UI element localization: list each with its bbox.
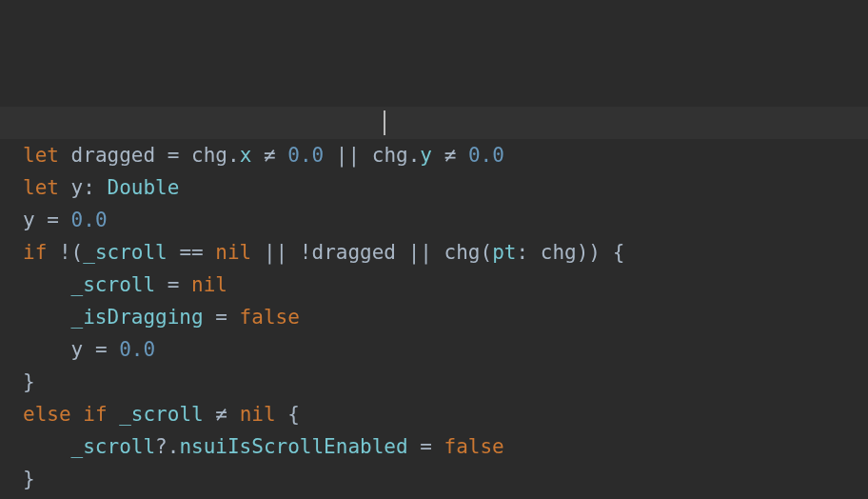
- token: 0.0: [71, 209, 108, 231]
- token: dragged: [311, 241, 396, 264]
- token: _scroll: [119, 403, 204, 426]
- token: if: [23, 241, 47, 264]
- token: false: [240, 306, 300, 329]
- code-line: _isDragging = false: [23, 301, 868, 333]
- token: ||: [396, 241, 444, 264]
- token: }: [23, 370, 35, 393]
- text-cursor: [384, 110, 385, 135]
- token: (: [481, 241, 493, 264]
- token: let: [23, 144, 59, 167]
- code-line: y = 0.0: [23, 204, 868, 236]
- token: [59, 144, 71, 167]
- token: chg: [191, 144, 227, 167]
- token: =: [35, 209, 71, 231]
- token: false: [444, 435, 504, 458]
- token: ≠: [432, 144, 468, 167]
- token: ==: [168, 241, 216, 264]
- code-line: let dragged = chg.x ≠ 0.0 || chg.y ≠ 0.0: [23, 139, 868, 171]
- token: 0.0: [287, 144, 324, 167]
- current-line-highlight: [0, 107, 868, 139]
- code-line: _scroll?.nsuiIsScrollEnabled = false: [23, 430, 868, 463]
- token: if: [83, 403, 107, 426]
- token: || !: [251, 241, 311, 264]
- token: )) {: [577, 241, 625, 264]
- token: [23, 273, 71, 296]
- token: nil: [240, 403, 276, 426]
- token: _scroll: [83, 241, 168, 264]
- token: =: [155, 144, 191, 167]
- token: y: [71, 338, 84, 361]
- token: [108, 403, 120, 426]
- token: ≠: [251, 144, 287, 167]
- token: =: [83, 338, 119, 361]
- token: [23, 435, 71, 458]
- token: [71, 403, 84, 426]
- token: chg: [541, 241, 577, 264]
- code-editor[interactable]: let dragged = chg.x ≠ 0.0 || chg.y ≠ 0.0…: [0, 0, 868, 499]
- token: [59, 176, 71, 199]
- token: y: [23, 209, 35, 231]
- code-line: _scroll = nil: [23, 269, 868, 301]
- token: 0.0: [119, 338, 155, 361]
- token: chg: [372, 144, 408, 167]
- token: =: [204, 306, 240, 329]
- code-line: let y: Double: [23, 171, 868, 204]
- token: nil: [215, 241, 251, 264]
- token: ||: [324, 144, 372, 167]
- token: nsuiIsScrollEnabled: [179, 435, 407, 458]
- token: =: [408, 435, 444, 458]
- token: dragged: [71, 144, 156, 167]
- token: _isDragging: [71, 306, 204, 329]
- token: ?.: [155, 435, 179, 458]
- token: _scroll: [71, 435, 156, 458]
- token: 0.0: [468, 144, 504, 167]
- code-line: }: [23, 366, 868, 398]
- token: x: [240, 144, 252, 167]
- token: .: [408, 144, 421, 167]
- token: :: [516, 241, 540, 264]
- code-block: let dragged = chg.x ≠ 0.0 || chg.y ≠ 0.0…: [23, 139, 868, 495]
- token: else: [23, 403, 71, 426]
- token: y: [420, 144, 432, 167]
- token: pt: [492, 241, 516, 264]
- token: let: [23, 176, 59, 199]
- token: ≠: [204, 403, 240, 426]
- token: y: [71, 176, 84, 199]
- token: Double: [108, 176, 180, 199]
- token: nil: [191, 273, 227, 296]
- code-line: }: [23, 463, 868, 495]
- token: .: [227, 144, 240, 167]
- token: chg: [444, 241, 481, 264]
- token: [23, 338, 71, 361]
- code-line: if !(_scroll == nil || !dragged || chg(p…: [23, 236, 868, 269]
- token: =: [155, 273, 191, 296]
- code-line: else if _scroll ≠ nil {: [23, 398, 868, 430]
- token: !(: [47, 241, 83, 264]
- token: }: [23, 468, 35, 490]
- token: {: [276, 403, 300, 426]
- code-line: y = 0.0: [23, 333, 868, 366]
- token: [23, 306, 71, 329]
- token: :: [83, 176, 107, 199]
- token: _scroll: [71, 273, 156, 296]
